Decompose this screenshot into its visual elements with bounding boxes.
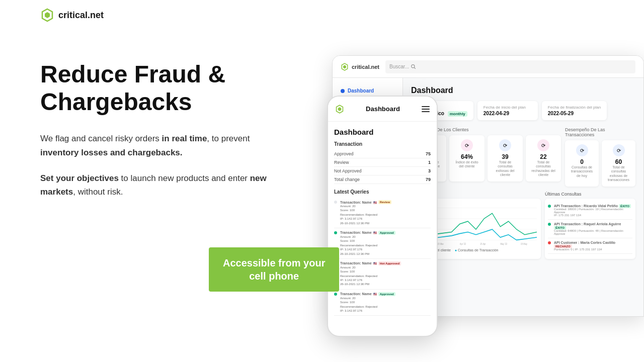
svg-text:15 May: 15 May [521,242,528,245]
mobile-mockup: Dashboard Dashboard Transaction Approved… [327,96,438,337]
mobile-content: Dashboard Transaction Approved 75 Review… [328,122,437,322]
mobile-topbar: Dashboard [328,97,437,122]
stat-trans-num-0: 0 [570,158,594,165]
stat-label-22: Total de consultas rechazadas del client… [531,160,556,177]
svg-text:May '22: May '22 [500,242,507,245]
trans-section-title: Desempeño De Las Transacciones [565,127,635,137]
stat-icon-22: ⟳ [537,139,549,151]
svg-marker-17 [338,107,341,111]
plan-card-fin: Fecha de finalización del plan 2022-05-2… [542,101,607,120]
mobile-dashboard-title: Dashboard [334,128,431,136]
mobile-query-4: Transaction: Name 🇺🇸 Approved Amount: 20… [334,290,431,316]
query-item-2: API Transaction : Raquel Arriola Aguirre… [548,220,632,238]
desktop-logo-icon [341,63,349,71]
plan-cards: Plan activo Económico monthly Fecha de i… [411,101,635,120]
stat-num-64: 64% [454,153,479,160]
svg-marker-1 [45,12,50,18]
body-paragraph-2: Set your objectives to launch new produc… [40,171,282,199]
trans-value-review: 1 [428,160,431,165]
mobile-query-3: Transaction: Name 🇺🇸 Hot Approved Amount… [334,259,431,290]
trans-row-notapproved: Not Approved 3 [334,167,431,175]
sidebar-dot-dashboard [341,89,345,93]
stat-trans-icon-0: ⟳ [576,144,588,156]
query-item-3: API Customer : Maria Cortes Castillo REC… [548,238,632,254]
plan-label-fin: Fecha de finalización del plan [548,105,601,110]
query-dot-2 [548,223,551,226]
plan-value-inicio: 2022-04-29 [484,111,532,116]
sidebar-label-dashboard: Dashboard [348,88,374,94]
svg-text:15 Apr: 15 Apr [480,242,486,245]
stat-num-22: 22 [531,153,556,160]
latest-queries-mobile-title: Latest Queries [334,189,431,195]
desktop-logo: critical.net [341,63,379,71]
mobile-query-1: Transaction: Name 🇺🇸 Review Amount: 20Sc… [334,198,431,228]
trans-row-approved: Approved 75 [334,150,431,158]
trans-row-review: Review 1 [334,158,431,167]
query-dot-1 [548,205,551,208]
cta-line1: Accessible from your [223,257,325,268]
mobile-query-2: Transaction: Name 🇺🇸 Approved Amount: 20… [334,228,431,259]
hamburger-menu[interactable] [422,106,430,112]
trans-value-total: 79 [426,177,431,182]
trans-label-approved: Approved [334,151,354,156]
trans-value-approved: 75 [426,151,431,156]
desktop-logo-text: critical.net [352,64,379,70]
stat-trans-num-60: 60 [607,158,630,165]
trans-label-total: Total change [334,177,360,182]
plan-card-inicio: Fecha de inicio del plan 2022-04-29 [477,101,538,120]
badge-approved-4: Approved [378,292,395,296]
stat-icon-39: ⟳ [499,139,511,151]
headline: Reduce Fraud & Chargebacks [40,60,282,116]
logo-text: critical.net [58,10,104,21]
desktop-dashboard-title: Dashboard [411,86,635,95]
stat-label-64: Índice de éxito del cliente [454,160,479,169]
logo-icon [40,8,54,22]
transaction-section: Transaction Approved 75 Review 1 Not App… [334,141,431,184]
stat-trans-label-0: Consultas de transacciones de hoy [570,165,594,178]
svg-text:Apr '22: Apr '22 [460,242,466,245]
trans-value-notapproved: 3 [428,168,431,173]
stat-trans-0: ⟳ 0 Consultas de transacciones de hoy [565,140,599,187]
chart-legend-trans: ● Consultas de Transacción [455,248,499,252]
badge-review-1: Review [378,200,392,204]
badge-approved-2: Approved [378,231,395,235]
mockups-container: critical.net Buscar... Dashboard Ordenes [302,45,644,357]
plan-label-inicio: Fecha de inicio del plan [484,105,532,110]
mobile-query-dot-2 [334,231,337,234]
stat-trans-label-60: Total de consultas exitosas de transacci… [607,165,630,183]
stat-client-39: ⟳ 39 Total de consultas exitosas del cli… [488,135,523,182]
mobile-logo-icon [335,105,344,114]
stat-trans-icon-60: ⟳ [613,144,625,156]
svg-line-5 [414,67,416,69]
stat-num-39: 39 [493,153,518,160]
plan-value-fin: 2022-05-29 [548,111,601,116]
body-paragraph-1: We flag and cancel risky orders in real … [40,132,282,159]
stat-client-22: ⟳ 22 Total de consultas rechazadas del c… [526,135,561,182]
latest-queries-section: Latest Queries Transaction: Name 🇺🇸 Revi… [334,189,431,316]
stat-trans-60: ⟳ 60 Total de consultas exitosas de tran… [602,140,635,187]
svg-text:15 Mar: 15 Mar [437,242,444,245]
mobile-query-dot-4 [334,293,337,296]
transaction-title: Transaction [334,141,431,147]
trans-label-review: Review [334,160,349,165]
query-dot-3 [548,241,551,244]
stat-label-39: Total de consultas exitosas del cliente [493,160,518,177]
search-icon [411,64,416,69]
navbar: critical.net [0,0,644,30]
stat-icon-64: ⟳ [461,139,473,151]
badge-hotapproved-3: Hot Approved [378,261,401,265]
logo[interactable]: critical.net [40,8,104,22]
svg-marker-3 [343,65,346,68]
hero-content: Reduce Fraud & Chargebacks We flag and c… [40,60,282,199]
latest-queries-title: Últimas Consultas [545,192,635,197]
search-bar[interactable]: Buscar... [385,60,635,73]
stat-client-64: ⟳ 64% Índice de éxito del cliente [449,135,485,182]
trans-label-notapproved: Not Approved [334,168,362,173]
desktop-topbar: critical.net Buscar... [333,56,643,78]
desktop-main: Dashboard Plan activo Económico monthly … [403,78,643,316]
svg-point-4 [412,64,415,67]
mobile-logo [335,105,344,114]
query-item-1: API Transaction : Ricardo Vidal Petiño É… [548,202,632,220]
cta-banner: Accessible from your cell phone [209,247,339,292]
mobile-dashboard-label: Dashboard [366,105,400,113]
